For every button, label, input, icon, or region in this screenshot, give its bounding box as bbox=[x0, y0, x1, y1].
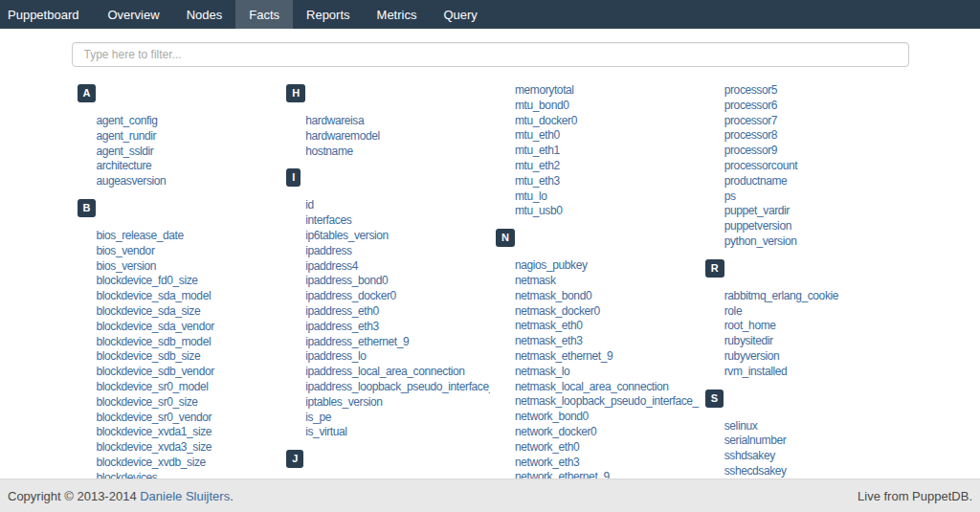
fact-link[interactable]: ipaddress_lo bbox=[305, 349, 366, 363]
fact-link[interactable]: mtu_docker0 bbox=[515, 114, 577, 127]
fact-link[interactable]: blockdevice_sda_model bbox=[97, 289, 212, 302]
fact-link[interactable]: netmask_ethernet_9 bbox=[515, 349, 612, 363]
nav-item-reports[interactable]: Reports bbox=[293, 0, 364, 29]
fact-link[interactable]: mtu_bond0 bbox=[515, 99, 568, 112]
fact-link[interactable]: processor9 bbox=[724, 144, 777, 157]
fact-link[interactable]: blockdevice_sda_vendor bbox=[97, 320, 214, 333]
fact-link[interactable]: productname bbox=[724, 174, 788, 188]
fact-list-item: productname bbox=[724, 174, 909, 189]
fact-link[interactable]: ip6tables_version bbox=[305, 229, 389, 242]
fact-link[interactable]: hostname bbox=[305, 145, 353, 158]
fact-link[interactable]: selinux bbox=[724, 419, 758, 433]
fact-link[interactable]: iptables_version bbox=[305, 395, 382, 409]
fact-link[interactable]: mtu_eth2 bbox=[515, 159, 560, 172]
fact-link[interactable]: ipaddress4 bbox=[305, 259, 358, 273]
fact-link[interactable]: is_virtual bbox=[305, 425, 346, 438]
fact-link[interactable]: blockdevice_xvda3_size bbox=[97, 440, 212, 454]
fact-link[interactable]: mtu_eth0 bbox=[515, 128, 560, 142]
fact-link[interactable]: agent_config bbox=[97, 114, 158, 127]
fact-link[interactable]: augeasversion bbox=[97, 174, 167, 188]
fact-link[interactable]: processor8 bbox=[724, 128, 777, 142]
fact-link[interactable]: netmask_lo bbox=[515, 365, 569, 378]
fact-link[interactable]: root_home bbox=[724, 319, 776, 332]
filter-input[interactable] bbox=[72, 42, 909, 67]
fact-link[interactable]: network_bond0 bbox=[515, 410, 589, 423]
fact-link[interactable]: memorytotal bbox=[515, 83, 574, 97]
author-link[interactable]: Daniele Sluijters bbox=[140, 489, 230, 503]
fact-list-item: architecture bbox=[97, 159, 281, 174]
fact-link[interactable]: processor5 bbox=[724, 83, 777, 97]
fact-link[interactable]: blockdevice_sda_size bbox=[97, 304, 201, 318]
fact-link[interactable]: netmask_loopback_pseudo_interface_1 bbox=[515, 394, 700, 408]
fact-link[interactable]: rvm_installed bbox=[724, 365, 788, 378]
fact-link[interactable]: ipaddress_loopback_pseudo_interface_1 bbox=[305, 380, 490, 393]
fact-link[interactable]: processor7 bbox=[724, 114, 777, 127]
fact-link[interactable]: rubysitedir bbox=[724, 334, 773, 347]
fact-link[interactable]: bios_version bbox=[97, 259, 157, 273]
fact-link[interactable]: role bbox=[724, 304, 742, 318]
fact-link[interactable]: netmask_eth0 bbox=[515, 319, 583, 332]
nav-item-nodes[interactable]: Nodes bbox=[173, 0, 236, 29]
fact-link[interactable]: bios_release_date bbox=[97, 229, 184, 242]
fact-link[interactable]: ipaddress_local_area_connection bbox=[305, 365, 464, 378]
fact-link[interactable]: netmask_bond0 bbox=[515, 289, 591, 302]
fact-link[interactable]: mtu_lo bbox=[515, 189, 547, 203]
nav-item-overview[interactable]: Overview bbox=[94, 0, 172, 29]
fact-link[interactable]: hardwareisa bbox=[305, 114, 364, 127]
fact-link[interactable]: interfaces bbox=[305, 213, 351, 227]
fact-list-item: serialnumber bbox=[724, 434, 909, 449]
fact-link[interactable]: ipaddress_eth3 bbox=[305, 320, 378, 333]
fact-link[interactable]: netmask_local_area_connection bbox=[515, 380, 669, 393]
fact-link[interactable]: netmask bbox=[515, 274, 556, 287]
nav-item-facts[interactable]: Facts bbox=[235, 0, 293, 29]
fact-link[interactable]: sshdsakey bbox=[724, 449, 775, 462]
fact-link[interactable]: processorcount bbox=[724, 159, 797, 172]
fact-list-item: blockdevice_sr0_size bbox=[97, 395, 281, 411]
fact-link[interactable]: ipaddress_bond0 bbox=[305, 274, 388, 287]
fact-link[interactable]: ipaddress_docker0 bbox=[305, 289, 396, 302]
fact-link[interactable]: architecture bbox=[97, 159, 152, 172]
fact-link[interactable]: blockdevices bbox=[97, 471, 158, 479]
fact-link[interactable]: ipaddress_ethernet_9 bbox=[305, 335, 409, 348]
fact-link[interactable]: mtu_eth3 bbox=[515, 174, 560, 188]
fact-link[interactable]: network_eth0 bbox=[515, 440, 579, 454]
fact-link[interactable]: bios_vendor bbox=[97, 244, 155, 257]
fact-link[interactable]: netmask_eth3 bbox=[515, 334, 583, 347]
fact-link[interactable]: network_docker0 bbox=[515, 425, 596, 438]
fact-link[interactable]: ipaddress bbox=[305, 244, 351, 257]
fact-link[interactable]: blockdevice_sr0_vendor bbox=[97, 411, 212, 424]
fact-link[interactable]: agent_ssldir bbox=[97, 145, 154, 158]
fact-link[interactable]: blockdevice_sdb_size bbox=[97, 349, 201, 363]
fact-link[interactable]: netmask_docker0 bbox=[515, 304, 600, 318]
fact-link[interactable]: rabbitmq_erlang_cookie bbox=[724, 289, 838, 302]
fact-link[interactable]: mtu_usb0 bbox=[515, 204, 563, 217]
fact-list-item: ipaddress_docker0 bbox=[305, 289, 490, 304]
fact-link[interactable]: blockdevice_fd0_size bbox=[97, 274, 198, 287]
fact-link[interactable]: processor6 bbox=[724, 99, 777, 112]
fact-link[interactable]: is_pe bbox=[305, 411, 331, 424]
fact-link[interactable]: rubyversion bbox=[724, 349, 780, 363]
fact-link[interactable]: blockdevice_xvdb_size bbox=[97, 456, 206, 469]
fact-link[interactable]: blockdevice_sr0_size bbox=[97, 395, 198, 409]
fact-link[interactable]: mtu_eth1 bbox=[515, 144, 560, 157]
fact-link[interactable]: blockdevice_sdb_model bbox=[97, 335, 212, 348]
fact-link[interactable]: network_ethernet_9 bbox=[515, 470, 610, 479]
fact-link[interactable]: python_version bbox=[724, 234, 797, 248]
fact-link[interactable]: blockdevice_sr0_model bbox=[97, 380, 209, 393]
fact-link[interactable]: agent_rundir bbox=[97, 129, 157, 143]
fact-link[interactable]: id bbox=[305, 198, 314, 211]
fact-link[interactable]: serialnumber bbox=[724, 434, 787, 447]
nav-item-query[interactable]: Query bbox=[430, 0, 490, 29]
fact-link[interactable]: puppet_vardir bbox=[724, 204, 790, 217]
fact-link[interactable]: ps bbox=[724, 189, 736, 203]
fact-link[interactable]: nagios_pubkey bbox=[515, 258, 588, 272]
fact-link[interactable]: blockdevice_xvda1_size bbox=[97, 425, 212, 438]
fact-link[interactable]: hardwaremodel bbox=[305, 129, 380, 143]
fact-link[interactable]: ipaddress_eth0 bbox=[305, 304, 378, 318]
fact-link[interactable]: network_eth3 bbox=[515, 456, 579, 469]
nav-item-metrics[interactable]: Metrics bbox=[364, 0, 431, 29]
brand-link[interactable]: Puppetboard bbox=[0, 0, 94, 29]
fact-link[interactable]: sshecdsakey bbox=[724, 464, 787, 478]
fact-link[interactable]: blockdevice_sdb_vendor bbox=[97, 365, 214, 378]
fact-link[interactable]: puppetversion bbox=[724, 219, 791, 233]
